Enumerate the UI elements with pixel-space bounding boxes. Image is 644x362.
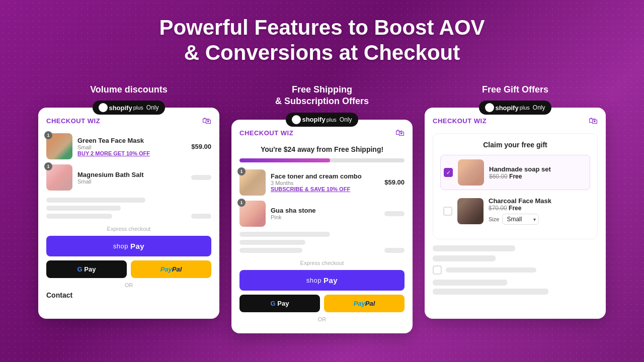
placeholder-line-1 xyxy=(46,198,145,203)
checkout-card-gift: CHECKOUT WIZ 🛍 Claim your free gift ✓ Ha… xyxy=(425,108,606,319)
gift-img-soap xyxy=(458,159,484,186)
badge-label-volume: Only xyxy=(146,104,159,111)
or-label-1: OR xyxy=(46,282,211,288)
product-link-greentea[interactable]: BUY 2 MORE GET 10% OFF xyxy=(77,150,186,156)
placeholder-line-g4 xyxy=(433,280,507,286)
progress-bar-container xyxy=(239,158,405,162)
shoppay-text-2: shopPay xyxy=(306,276,338,285)
shoppay-button-1[interactable]: shopPay xyxy=(46,236,211,256)
gift-info-charcoal: Charcoal Face Mask $70.00 Free Size Smal… xyxy=(489,197,587,225)
paypal-button-1[interactable]: PayPal xyxy=(131,260,211,278)
placeholder-line-g1 xyxy=(433,245,515,251)
gift-item-soap: ✓ Handmade soap set $60.00 Free xyxy=(440,155,590,190)
placeholder-price-guasha xyxy=(384,211,405,216)
paypal-button-2[interactable]: PayPal xyxy=(324,295,405,312)
cart-icon-gift: 🛍 xyxy=(589,116,598,126)
payment-row-1: G Pay PayPal xyxy=(46,260,211,278)
product-badge-facetoner: 1 xyxy=(237,167,246,175)
shipping-banner: You're $24 away from Free Shipping! xyxy=(239,145,405,153)
placeholder-line-g2 xyxy=(433,255,496,261)
card-brand-volume: CHECKOUT WIZ xyxy=(46,117,100,125)
feature-label-shipping: Free Shipping& Subscription Offers xyxy=(275,84,369,108)
checkout-card-volume: CHECKOUT WIZ 🛍 1 Green Tea Face Mask Sma… xyxy=(38,108,219,319)
badge-shipping: 🛍 shopifyplus Only xyxy=(286,113,358,127)
placeholder-price-bathsalt xyxy=(191,175,211,180)
placeholder-line-2 xyxy=(46,206,121,211)
progress-bar-fill xyxy=(239,158,330,162)
product-info-greentea: Green Tea Face Mask Small BUY 2 MORE GET… xyxy=(77,137,186,156)
product-name-bathsalt: Magnesium Bath Salt xyxy=(77,171,186,178)
product-badge-guasha: 1 xyxy=(237,199,246,207)
shopify-bag-icon-2: 🛍 xyxy=(292,115,301,124)
gpay-button-2[interactable]: G Pay xyxy=(239,295,320,312)
badge-label-gift: Only xyxy=(533,104,545,111)
free-gift-section: Claim your free gift ✓ Handmade soap set… xyxy=(433,133,598,239)
card-brand-shipping: CHECKOUT WIZ xyxy=(239,129,293,137)
card-header-shipping: CHECKOUT WIZ 🛍 xyxy=(239,128,405,138)
feature-column-gift: Free Gift Offers 🛍 shopifyplus Only CHEC… xyxy=(425,84,606,319)
placeholder-checkbox-g xyxy=(433,265,442,275)
shopify-logo-2: 🛍 shopifyplus xyxy=(292,115,336,124)
paypal-label-1: PayPal xyxy=(160,265,182,273)
gift-price-charcoal: $70.00 Free xyxy=(489,205,587,212)
placeholder-line-3 xyxy=(46,214,112,219)
gift-free-label-charcoal: Free xyxy=(509,205,521,212)
gpay-button-1[interactable]: G Pay xyxy=(46,260,127,278)
gift-name-charcoal: Charcoal Face Mask xyxy=(489,197,587,205)
gift-img-charcoal xyxy=(457,198,484,224)
gift-original-price-charcoal: $70.00 xyxy=(489,205,507,212)
features-row: Volume discounts 🛍 shopifyplus Only CHEC… xyxy=(20,84,624,333)
product-name-guasha: Gua sha stone xyxy=(271,207,379,214)
badge-gift: 🛍 shopifyplus Only xyxy=(479,101,551,115)
shopify-logo: 🛍 shopifyplus xyxy=(99,103,143,112)
checkbox-soap[interactable]: ✓ xyxy=(444,168,453,177)
checkout-card-shipping: CHECKOUT WIZ 🛍 You're $24 away from Free… xyxy=(231,120,413,333)
checkbox-charcoal[interactable] xyxy=(443,207,452,216)
page-container: Powerful Features to Boost AOV & Convers… xyxy=(0,0,644,333)
badge-label-shipping: Only xyxy=(340,116,352,123)
product-variant-greentea: Small xyxy=(77,144,186,150)
feature-label-gift: Free Gift Offers xyxy=(482,84,548,96)
express-checkout-label-2: Express checkout xyxy=(239,260,405,266)
product-info-facetoner: Face toner and cream combo 3 Months SUBS… xyxy=(271,172,379,192)
feature-column-shipping: Free Shipping& Subscription Offers 🛍 sho… xyxy=(231,84,413,333)
product-info-bathsalt: Magnesium Bath Salt Small xyxy=(77,171,186,185)
placeholder-line-g5 xyxy=(433,289,548,295)
free-gift-title: Claim your free gift xyxy=(440,141,590,149)
card-brand-gift: CHECKOUT WIZ xyxy=(433,117,487,125)
contact-label-1: Contact xyxy=(46,291,211,299)
size-dropdown-charcoal[interactable]: Small Medium Large xyxy=(502,214,539,225)
shoppay-text-1: shopPay xyxy=(113,242,144,250)
product-name-facetoner: Face toner and cream combo xyxy=(271,172,379,180)
placeholder-line-g3 xyxy=(446,267,536,273)
product-item-bathsalt: 1 Magnesium Bath Salt Small xyxy=(46,164,211,191)
card-header-volume: CHECKOUT WIZ 🛍 xyxy=(46,116,211,126)
placeholder-price-s2 xyxy=(384,248,405,253)
gift-free-label-soap: Free xyxy=(509,173,522,180)
product-item-guasha: 1 Gua sha stone Pink xyxy=(239,201,405,227)
cart-icon-shipping: 🛍 xyxy=(395,128,405,138)
size-dropdown-wrapper: Small Medium Large xyxy=(502,214,539,225)
gift-info-soap: Handmade soap set $60.00 Free xyxy=(489,165,587,180)
cart-icon-volume: 🛍 xyxy=(202,116,211,126)
payment-row-2: G Pay PayPal xyxy=(239,295,405,312)
hero-title: Powerful Features to Boost AOV & Convers… xyxy=(20,15,624,66)
placeholder-line-s1 xyxy=(239,232,330,237)
product-link-facetoner[interactable]: SUBSCRIBE & SAVE 10% OFF xyxy=(271,186,379,192)
product-item-greentea: 1 Green Tea Face Mask Small BUY 2 MORE G… xyxy=(46,133,211,159)
gpay-label-1: G Pay xyxy=(77,265,96,273)
size-label-charcoal: Size xyxy=(489,216,499,222)
placeholder-line-s2 xyxy=(239,240,305,245)
placeholder-price-2 xyxy=(191,214,211,219)
product-variant-facetoner: 3 Months xyxy=(271,180,379,186)
placeholder-line-s3 xyxy=(239,248,302,253)
product-variant-guasha: Pink xyxy=(271,214,379,220)
paypal-label-2: PayPal xyxy=(354,300,375,307)
gift-name-soap: Handmade soap set xyxy=(489,165,587,173)
card-header-gift: CHECKOUT WIZ 🛍 xyxy=(433,116,598,126)
product-item-facetoner: 1 Face toner and cream combo 3 Months SU… xyxy=(239,169,405,196)
shoppay-button-2[interactable]: shopPay xyxy=(239,270,405,291)
product-name-greentea: Green Tea Face Mask xyxy=(77,137,186,144)
express-checkout-label-1: Express checkout xyxy=(46,226,211,232)
or-label-2: OR xyxy=(239,316,405,322)
